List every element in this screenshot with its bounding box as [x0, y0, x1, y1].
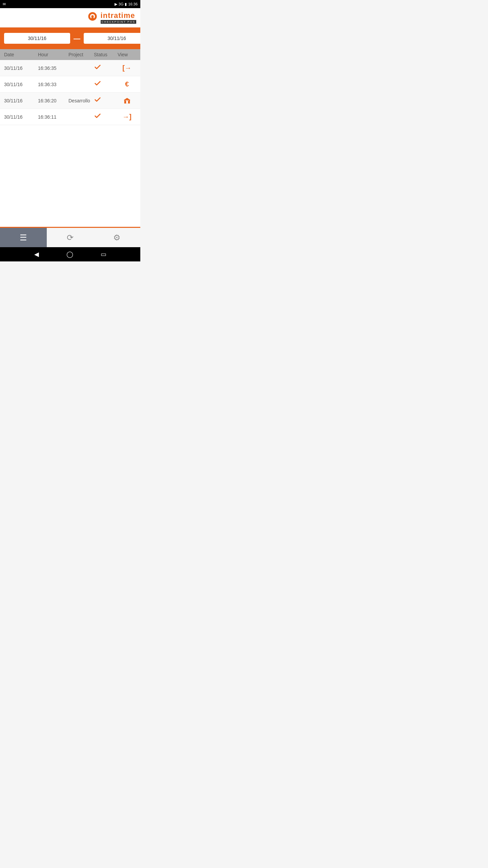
table-row: 30/11/16 16:36:20 Desarrollo [0, 93, 140, 109]
view-enter-icon-4[interactable]: →] [118, 113, 136, 121]
cell-date-3: 30/11/16 [4, 98, 38, 103]
svg-rect-8 [127, 100, 128, 101]
store-icon [123, 97, 131, 104]
battery-icon: ▮ [125, 2, 127, 6]
date-to-input[interactable] [84, 33, 140, 44]
back-button[interactable]: ◀ [34, 251, 39, 258]
time-display: 16:36 [128, 2, 138, 6]
status-bar: ✉ ▶ 3G ▮ 16:36 [0, 0, 140, 8]
col-date: Date [4, 52, 38, 57]
refresh-icon: ⟳ [67, 233, 74, 242]
nav-refresh-button[interactable]: ⟳ [47, 228, 94, 247]
table-row: 30/11/16 16:36:35 [→ [0, 60, 140, 76]
svg-rect-7 [126, 100, 127, 101]
home-button[interactable]: ◯ [66, 251, 73, 258]
status-check-icon-4 [94, 112, 118, 121]
date-separator-icon: — [73, 35, 81, 42]
list-icon: ☰ [20, 233, 27, 242]
cell-project-3: Desarrollo [68, 98, 94, 103]
logo-name: intratime [101, 12, 136, 19]
logo-icon [86, 12, 99, 24]
app-header: intratime CHECKPOINT POS [0, 8, 140, 27]
cell-hour-3: 16:36:20 [38, 98, 68, 103]
cell-hour-4: 16:36:11 [38, 114, 68, 120]
view-euro-icon-2[interactable]: € [118, 80, 136, 88]
col-project: Project [68, 52, 94, 57]
cell-date-4: 30/11/16 [4, 114, 38, 120]
cell-hour-1: 16:36:35 [38, 65, 68, 71]
col-hour: Hour [38, 52, 68, 57]
empty-table-area [0, 125, 140, 227]
svg-marker-6 [123, 98, 130, 100]
view-exit-icon-1[interactable]: [→ [118, 64, 136, 72]
settings-icon: ⚙ [113, 233, 121, 242]
search-bar: — SEARCH [0, 27, 140, 49]
col-view: View [118, 52, 136, 57]
results-table: Date Hour Project Status View 30/11/16 1… [0, 49, 140, 227]
status-check-icon-2 [94, 80, 118, 89]
nav-list-button[interactable]: ☰ [0, 228, 47, 247]
status-check-icon-1 [94, 63, 118, 73]
table-row: 30/11/16 16:36:11 →] [0, 109, 140, 125]
cell-date-1: 30/11/16 [4, 65, 38, 71]
system-nav-bar: ◀ ◯ ▭ [0, 247, 140, 261]
table-header: Date Hour Project Status View [0, 49, 140, 60]
bottom-navigation: ☰ ⟳ ⚙ [0, 227, 140, 247]
status-bar-right: ▶ 3G ▮ 16:36 [115, 2, 138, 6]
view-store-icon-3[interactable] [118, 97, 136, 104]
signal-icon: ▶ [115, 2, 117, 6]
recents-button[interactable]: ▭ [101, 251, 106, 258]
svg-point-2 [91, 15, 94, 18]
col-status: Status [94, 52, 118, 57]
table-row: 30/11/16 16:36:33 € [0, 76, 140, 93]
status-check-icon-3 [94, 96, 118, 105]
logo-container: intratime CHECKPOINT POS [86, 12, 136, 24]
notification-icon: ✉ [3, 2, 6, 6]
logo-text: intratime CHECKPOINT POS [101, 12, 136, 24]
nav-settings-button[interactable]: ⚙ [94, 228, 140, 247]
cell-date-2: 30/11/16 [4, 82, 38, 87]
cell-hour-2: 16:36:33 [38, 82, 68, 87]
date-from-input[interactable] [4, 33, 70, 44]
logo-subtitle: CHECKPOINT POS [101, 20, 136, 24]
status-bar-left: ✉ [3, 2, 6, 6]
svg-rect-5 [126, 101, 128, 103]
signal-text: 3G [119, 2, 124, 6]
